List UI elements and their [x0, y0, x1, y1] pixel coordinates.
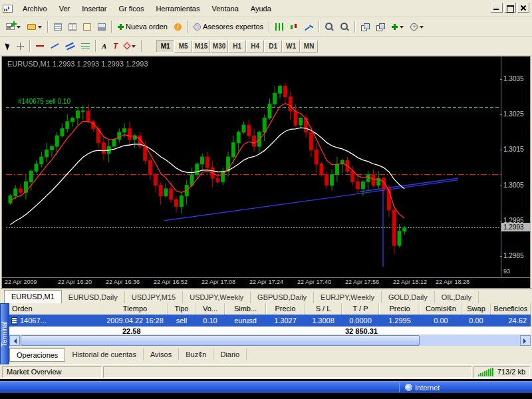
- timeframe-m5[interactable]: M5: [174, 40, 192, 53]
- column-simbolo[interactable]: Simb...: [225, 303, 266, 315]
- timeframe-d1[interactable]: D1: [264, 40, 282, 53]
- timeframe-h4[interactable]: H4: [246, 40, 264, 53]
- new-chart-button[interactable]: [3, 19, 24, 34]
- arrows-button[interactable]: [121, 39, 139, 53]
- chart-tab-oil-daily[interactable]: OIL,Daily: [435, 291, 479, 303]
- menu-graficos[interactable]: Gr ficos: [113, 3, 150, 15]
- candle: [247, 125, 251, 136]
- column-precio-open[interactable]: Precio: [266, 303, 305, 315]
- chart-canvas[interactable]: [6, 58, 501, 277]
- zoom-out-button[interactable]: [337, 19, 352, 34]
- tab-avisos[interactable]: Avisos: [144, 348, 179, 360]
- candle: [331, 175, 334, 186]
- market-watch-button[interactable]: [51, 19, 65, 34]
- candle: [325, 175, 329, 186]
- timeframe-h1[interactable]: H1: [228, 40, 246, 53]
- time-label: 22 Apr 17:24: [249, 279, 283, 285]
- chart-tab-bar: EURUSD,M1 EURUSD,Daily USDJPY,M15 USDJPY…: [0, 289, 532, 303]
- column-tipo[interactable]: Tipo: [168, 303, 196, 315]
- chevron-down-icon: [400, 26, 404, 31]
- candlestick-chart-button[interactable]: [287, 19, 301, 34]
- column-tiempo[interactable]: Tiempo: [102, 303, 168, 315]
- status-bar: Market Overview 713/2 kb: [0, 364, 532, 379]
- balance-fragment: 32 850.31: [345, 327, 378, 335]
- horizontal-scrollbar[interactable]: [9, 335, 531, 346]
- chart-tab-usdjpy-m15[interactable]: USDJPY,M15: [125, 291, 183, 303]
- indicators-button[interactable]: [388, 19, 407, 34]
- scrollbar-thumb[interactable]: [21, 335, 420, 346]
- bar-chart-button[interactable]: [272, 19, 287, 34]
- tile-windows-button[interactable]: [358, 19, 373, 34]
- horizontal-line-button[interactable]: [33, 39, 47, 53]
- trendline-button[interactable]: [47, 39, 63, 53]
- candle: [86, 111, 90, 122]
- chart-tab-gbpusd-daily[interactable]: GBPUSD,Daily: [251, 291, 314, 303]
- menu-ayuda[interactable]: Ayuda: [245, 3, 277, 15]
- channel-button[interactable]: [63, 39, 78, 53]
- metaeditor-button[interactable]: [171, 19, 185, 34]
- column-swap[interactable]: Swap: [462, 303, 491, 315]
- menu-ventana[interactable]: Ventana: [205, 3, 244, 15]
- timeframe-m1[interactable]: M1: [156, 40, 174, 53]
- chart-tab-eurusd-daily[interactable]: EURUSD,Daily: [62, 291, 125, 303]
- chart-tab-eurjpy-weekly[interactable]: EURJPY,Weekly: [314, 291, 382, 303]
- navigator-button[interactable]: [80, 19, 94, 34]
- zoom-in-button[interactable]: [322, 19, 337, 34]
- candle: [50, 146, 53, 150]
- tab-buzon[interactable]: Buz¢n: [179, 348, 213, 360]
- new-order-button[interactable]: Nueva orden: [114, 19, 171, 34]
- column-sl[interactable]: S / L: [305, 303, 342, 315]
- column-beneficios[interactable]: Beneficios: [491, 303, 531, 315]
- menu-herramientas[interactable]: Herramientas: [150, 3, 205, 15]
- toolbar-separator: [319, 21, 320, 33]
- tab-diario[interactable]: Diario: [213, 348, 247, 360]
- timeframe-m15[interactable]: M15: [192, 40, 210, 53]
- order-row-selected[interactable]: 14067... 2009.04.22 16:28 sell 0.10 euru…: [9, 315, 531, 327]
- candle: [289, 97, 292, 111]
- time-axis[interactable]: 22 Apr 2009 22 Apr 16:20 22 Apr 16:36 22…: [2, 279, 530, 289]
- periods-button[interactable]: [407, 19, 427, 34]
- candle: [361, 182, 364, 189]
- timeframe-mn[interactable]: MN: [300, 40, 318, 53]
- candle: [144, 146, 147, 160]
- text-tool-button[interactable]: [98, 39, 110, 53]
- tab-historial[interactable]: Historial de cuentas: [65, 348, 144, 360]
- candle: [164, 189, 168, 196]
- scroll-left-arrow[interactable]: [9, 335, 20, 346]
- crosshair-tool-button[interactable]: [13, 39, 27, 53]
- tab-operaciones[interactable]: Operaciones: [9, 348, 65, 362]
- terminal-side-tab[interactable]: Terminal: [0, 303, 9, 364]
- maximize-button[interactable]: [504, 3, 516, 13]
- line-chart-button[interactable]: [301, 19, 317, 34]
- cursor-tool-button[interactable]: [3, 39, 13, 53]
- minimize-button[interactable]: [491, 3, 503, 13]
- candle: [356, 182, 360, 189]
- menu-archivo[interactable]: Archivo: [17, 3, 53, 15]
- scroll-right-arrow[interactable]: [520, 335, 531, 346]
- chart-tab-eurusd-m1[interactable]: EURUSD,M1: [4, 290, 62, 303]
- plus-icon: [118, 24, 124, 30]
- column-tp[interactable]: T / P: [342, 303, 379, 315]
- expert-advisors-button[interactable]: Asesores expertos: [190, 19, 267, 34]
- fibonacci-button[interactable]: [78, 39, 93, 53]
- column-orden[interactable]: Orden: [9, 303, 102, 315]
- globe-icon: [405, 384, 412, 391]
- menu-insertar[interactable]: Insertar: [76, 3, 112, 15]
- column-precio-actual[interactable]: Precio: [379, 303, 420, 315]
- timeframe-m30[interactable]: M30: [210, 40, 228, 53]
- timeframe-w1[interactable]: W1: [282, 40, 300, 53]
- candle: [205, 157, 209, 168]
- profiles-button[interactable]: [24, 19, 45, 34]
- terminal-panel-button[interactable]: [94, 19, 109, 34]
- column-volumen[interactable]: Vo...: [196, 303, 225, 315]
- chart-tab-gold-daily[interactable]: GOLD,Daily: [382, 291, 435, 303]
- taskbar-internet-item[interactable]: Internet: [396, 383, 440, 392]
- cascade-windows-button[interactable]: [373, 19, 388, 34]
- menu-ver[interactable]: Ver: [53, 3, 76, 15]
- data-window-button[interactable]: [65, 19, 80, 34]
- candle: [403, 228, 406, 231]
- column-comision[interactable]: Comisi¢n: [420, 303, 462, 315]
- text-label-button[interactable]: [110, 39, 121, 53]
- chart-tab-usdjpy-weekly[interactable]: USDJPY,Weekly: [183, 291, 251, 303]
- close-button[interactable]: [517, 3, 529, 13]
